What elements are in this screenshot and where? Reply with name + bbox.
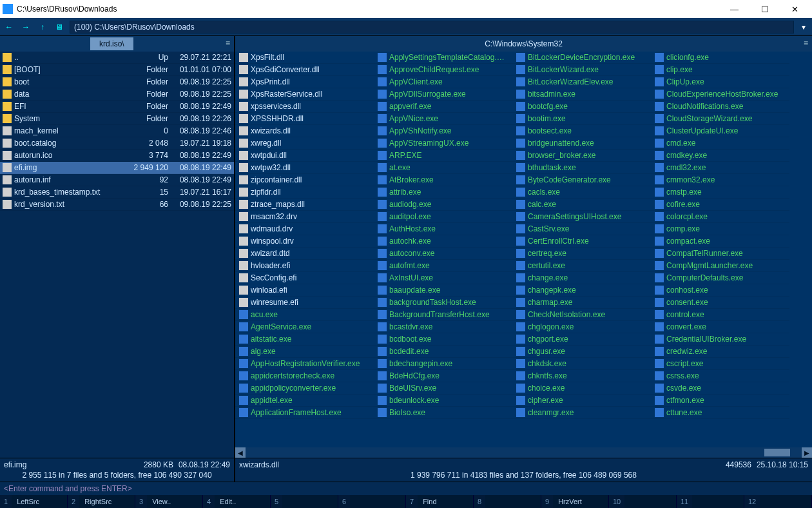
file-row[interactable]: ComputerDefaults.exe	[651, 272, 789, 284]
file-row[interactable]: chgport.exe	[512, 333, 651, 346]
scroll-right-icon[interactable]: ▶	[802, 447, 812, 458]
file-row[interactable]: xwtpdui.dll	[235, 150, 374, 162]
file-row[interactable]: xpsservices.dll	[235, 101, 374, 113]
fkey-9[interactable]: 9HrzVert	[541, 495, 609, 508]
file-row[interactable]: XpsPrint.dll	[235, 76, 374, 88]
file-row[interactable]: cmdl32.exe	[651, 162, 789, 174]
file-row[interactable]: efi.img2 949 12008.08.19 22:49	[0, 162, 234, 174]
fkey-12[interactable]: 12	[744, 495, 812, 508]
command-line[interactable]: <Enter command and press ENTER>	[0, 482, 812, 495]
file-row[interactable]: clip.exe	[651, 64, 789, 76]
left-tab[interactable]: krd.iso\	[90, 37, 133, 50]
file-row[interactable]: AppVClient.exe	[374, 76, 512, 88]
file-row[interactable]: XpsRasterService.dll	[235, 88, 374, 101]
file-row[interactable]: CompMgmtLauncher.exe	[651, 260, 789, 272]
file-row[interactable]: change.exe	[512, 272, 651, 284]
file-row[interactable]: conhost.exe	[651, 284, 789, 297]
file-row[interactable]: AuthHost.exe	[374, 223, 512, 235]
file-row[interactable]: changepk.exe	[512, 284, 651, 297]
fkey-6[interactable]: 6	[338, 495, 406, 508]
file-row[interactable]: mach_kernel008.08.19 22:46	[0, 125, 234, 137]
file-row[interactable]: BackgroundTransferHost.exe	[374, 309, 512, 321]
file-row[interactable]: CheckNetIsolation.exe	[512, 309, 651, 321]
fkey-7[interactable]: 7Find	[406, 495, 474, 508]
file-row[interactable]: bthudtask.exe	[512, 162, 651, 174]
file-row[interactable]: AxInstUI.exe	[374, 272, 512, 284]
file-row[interactable]: calc.exe	[512, 199, 651, 211]
back-button[interactable]: ←	[3, 21, 15, 34]
minimize-button[interactable]: —	[720, 1, 749, 17]
file-row[interactable]: chglogon.exe	[512, 321, 651, 333]
file-row[interactable]: comp.exe	[651, 223, 789, 235]
file-row[interactable]: compact.exe	[651, 235, 789, 248]
file-row[interactable]: CloudNotifications.exe	[651, 101, 789, 113]
file-row[interactable]: CompatTelRunner.exe	[651, 248, 789, 260]
file-row[interactable]: wdmaud.drv	[235, 223, 374, 235]
fkey-8[interactable]: 8	[474, 495, 541, 508]
file-row[interactable]: winspool.drv	[235, 235, 374, 248]
file-row[interactable]: bootsect.exe	[512, 125, 651, 137]
file-row[interactable]: autorun.ico3 77408.08.19 22:49	[0, 150, 234, 162]
hamburger-icon[interactable]: ≡	[804, 39, 808, 48]
file-row[interactable]: credwiz.exe	[651, 346, 789, 358]
file-row[interactable]: ClipUp.exe	[651, 76, 789, 88]
file-row[interactable]: cacls.exe	[512, 186, 651, 199]
fkey-11[interactable]: 11	[677, 495, 744, 508]
file-row[interactable]: ztrace_maps.dll	[235, 199, 374, 211]
file-row[interactable]: cmmon32.exe	[651, 174, 789, 186]
close-button[interactable]: ✕	[780, 1, 809, 17]
file-row[interactable]: CastSrv.exe	[512, 223, 651, 235]
file-row[interactable]: alg.exe	[235, 346, 374, 358]
file-row[interactable]: krd_version.txt6609.08.19 22:25	[0, 199, 234, 211]
file-row[interactable]: bitsadmin.exe	[512, 88, 651, 101]
file-row[interactable]: bootFolder09.08.19 22:25	[0, 76, 234, 88]
file-row[interactable]: cofire.exe	[651, 199, 789, 211]
file-row[interactable]: BioIso.exe	[374, 407, 512, 419]
file-row[interactable]: AppVStreamingUX.exe	[374, 137, 512, 150]
file-row[interactable]: CloudExperienceHostBroker.exe	[651, 88, 789, 101]
file-row[interactable]: chkdsk.exe	[512, 358, 651, 370]
file-row[interactable]: XPSSHHDR.dll	[235, 113, 374, 125]
file-row[interactable]: convert.exe	[651, 321, 789, 333]
right-scrollbar[interactable]: ◀ ▶	[235, 447, 812, 458]
file-row[interactable]: baaupdate.exe	[374, 284, 512, 297]
file-row[interactable]: backgroundTaskHost.exe	[374, 297, 512, 309]
file-row[interactable]: BdeHdCfg.exe	[374, 370, 512, 382]
file-row[interactable]: consent.exe	[651, 297, 789, 309]
fkey-10[interactable]: 10	[609, 495, 677, 508]
file-row[interactable]: cmdkey.exe	[651, 150, 789, 162]
file-row[interactable]: clicionfg.exe	[651, 52, 789, 64]
scroll-thumb[interactable]	[764, 449, 790, 456]
file-row[interactable]: cttune.exe	[651, 407, 789, 419]
file-row[interactable]: cleanmgr.exe	[512, 407, 651, 419]
file-row[interactable]: ApproveChildRequest.exe	[374, 64, 512, 76]
file-row[interactable]: boot.catalog2 04819.07.21 19:18	[0, 137, 234, 150]
file-row[interactable]: autochk.exe	[374, 235, 512, 248]
file-row[interactable]: [BOOT]Folder01.01.01 07:00	[0, 64, 234, 76]
left-file-list[interactable]: ..Up29.07.21 22:21[BOOT]Folder01.01.01 0…	[0, 52, 234, 458]
file-row[interactable]: CloudStorageWizard.exe	[651, 113, 789, 125]
forward-button[interactable]: →	[19, 21, 32, 34]
file-row[interactable]: XpsGdiConverter.dll	[235, 64, 374, 76]
file-row[interactable]: XpsFilt.dll	[235, 52, 374, 64]
file-row[interactable]: AppVDllSurrogate.exe	[374, 88, 512, 101]
file-row[interactable]: dataFolder09.08.19 22:25	[0, 88, 234, 101]
file-row[interactable]: ByteCodeGenerator.exe	[512, 174, 651, 186]
file-row[interactable]: AppVNice.exe	[374, 113, 512, 125]
file-row[interactable]: xwreg.dll	[235, 137, 374, 150]
file-row[interactable]: appidpolicyconverter.exe	[235, 382, 374, 395]
address-dropdown-icon[interactable]: ▾	[798, 23, 809, 32]
file-row[interactable]: autorun.inf9208.08.19 22:49	[0, 174, 234, 186]
file-row[interactable]: zipcontainer.dll	[235, 174, 374, 186]
file-row[interactable]: auditpol.exe	[374, 211, 512, 223]
fkey-4[interactable]: 4Edit..	[203, 495, 271, 508]
computer-icon[interactable]: 🖥	[53, 21, 66, 34]
file-row[interactable]: CameraSettingsUIHost.exe	[512, 211, 651, 223]
scroll-left-icon[interactable]: ◀	[235, 447, 246, 458]
file-row[interactable]: ARP.EXE	[374, 150, 512, 162]
file-row[interactable]: appverif.exe	[374, 101, 512, 113]
file-row[interactable]: audiodg.exe	[374, 199, 512, 211]
file-row[interactable]: chgusr.exe	[512, 346, 651, 358]
file-row[interactable]: autoconv.exe	[374, 248, 512, 260]
address-bar[interactable]: (100) C:\Users\DRusov\Downloads	[70, 21, 794, 34]
